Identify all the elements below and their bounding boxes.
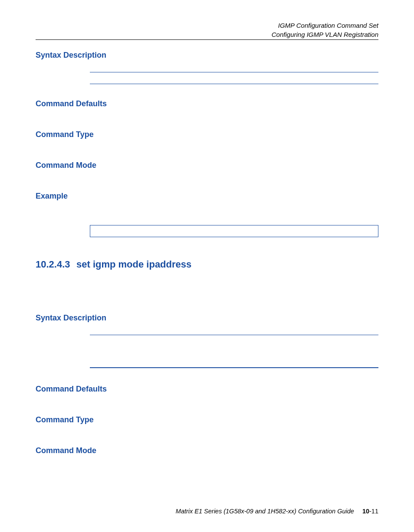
- header-subsection-title: Configuring IGMP VLAN Registration: [36, 31, 378, 38]
- header-section-title: IGMP Configuration Command Set: [36, 22, 378, 29]
- syntax-table-row: [90, 72, 378, 84]
- page-header: IGMP Configuration Command Set Configuri…: [36, 22, 378, 40]
- header-divider: [36, 39, 378, 40]
- syntax-description-heading-2: Syntax Description: [36, 313, 378, 323]
- example-code-box: [90, 225, 378, 237]
- syntax-table-row: [90, 367, 378, 368]
- syntax-table-2: [90, 335, 378, 368]
- command-mode-heading: Command Mode: [36, 161, 378, 170]
- footer-page-chapter: 10: [362, 508, 369, 515]
- command-defaults-heading-2: Command Defaults: [36, 385, 378, 394]
- footer-page-number: 10-11: [362, 508, 378, 515]
- syntax-description-heading: Syntax Description: [36, 51, 378, 60]
- command-defaults-heading: Command Defaults: [36, 99, 378, 108]
- command-section-number: 10.2.4.3: [36, 259, 70, 270]
- command-type-heading-2: Command Type: [36, 415, 378, 424]
- page-footer: Matrix E1 Series (1G58x-09 and 1H582-xx)…: [36, 508, 378, 515]
- command-heading: 10.2.4.3 set igmp mode ipaddress: [36, 259, 378, 270]
- syntax-table: [90, 72, 378, 84]
- command-mode-heading-2: Command Mode: [36, 446, 378, 455]
- command-title: set igmp mode ipaddress: [76, 259, 191, 270]
- footer-page-sep: -11: [369, 508, 378, 515]
- example-heading: Example: [36, 192, 378, 201]
- command-type-heading: Command Type: [36, 130, 378, 139]
- syntax-table-row: [90, 335, 378, 367]
- footer-guide-name: Matrix E1 Series (1G58x-09 and 1H582-xx)…: [176, 508, 354, 515]
